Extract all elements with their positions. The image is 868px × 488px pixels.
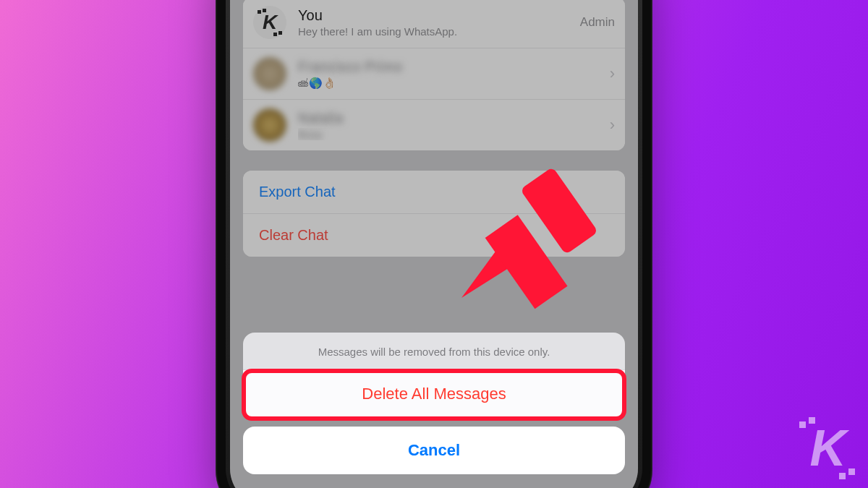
avatar-blurred — [253, 108, 286, 142]
action-sheet-group: Messages will be removed from this devic… — [243, 333, 625, 418]
clear-chat-button[interactable]: Clear Chat — [243, 213, 625, 257]
cancel-button[interactable]: Cancel — [243, 427, 625, 474]
chat-actions-section: Export Chat Clear Chat — [243, 171, 625, 257]
participant-status: Hey there! I am using WhatsApp. — [298, 25, 580, 38]
participants-section: K You Hey there! I am using WhatsApp. Ad… — [243, 0, 625, 150]
participant-you-row[interactable]: K You Hey there! I am using WhatsApp. Ad… — [243, 0, 625, 48]
participant-name-blurred: Francisco Primo — [298, 59, 610, 74]
participant-role: Admin — [580, 15, 615, 30]
brand-watermark: K — [809, 423, 846, 474]
delete-all-messages-button[interactable]: Delete All Messages — [243, 369, 625, 418]
phone-bezel: K You Hey there! I am using WhatsApp. Ad… — [226, 0, 642, 488]
participant-row[interactable]: Francisco Primo 📾🌎👌🏻 › — [243, 48, 625, 99]
participant-name: You — [298, 7, 580, 23]
action-sheet: Messages will be removed from this devic… — [243, 333, 625, 474]
participant-row[interactable]: Natalia Busy › — [243, 99, 625, 150]
phone-screen: K You Hey there! I am using WhatsApp. Ad… — [230, 0, 638, 488]
phone-frame: K You Hey there! I am using WhatsApp. Ad… — [216, 0, 652, 488]
participant-name-blurred: Natalia — [298, 110, 610, 126]
chevron-right-icon: › — [610, 64, 615, 83]
group-settings-content: K You Hey there! I am using WhatsApp. Ad… — [230, 0, 638, 257]
avatar-blurred — [253, 57, 286, 90]
export-chat-button[interactable]: Export Chat — [243, 171, 625, 213]
action-sheet-message: Messages will be removed from this devic… — [243, 333, 625, 369]
avatar-you: K — [253, 6, 286, 39]
participant-status-blurred: Busy — [298, 128, 610, 140]
chevron-right-icon: › — [610, 116, 615, 134]
participant-status-emoji: 📾🌎👌🏻 — [298, 77, 610, 90]
